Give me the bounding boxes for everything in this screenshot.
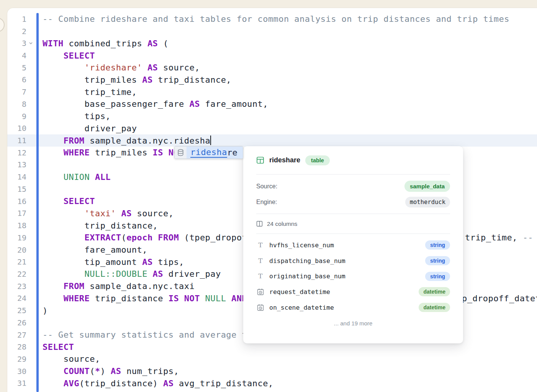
token-id: base_passenger_fare (43, 99, 189, 109)
code-text: UNION ALL (43, 172, 111, 182)
token-id: tip_amount (43, 257, 142, 267)
token-kw: IS (153, 148, 163, 157)
table-type-badge: table (305, 155, 330, 165)
code-text: FROM sample_data.nyc.ridesha (43, 136, 211, 145)
text-cursor (210, 136, 211, 145)
fold-chevron-icon[interactable] (28, 41, 33, 46)
code-text: SELECT (43, 51, 95, 60)
token-kw: AVG (64, 379, 79, 388)
line-number: 19 (7, 233, 26, 242)
token-id: trip_time, (465, 233, 523, 242)
code-line-4[interactable]: 4 SELECT (7, 49, 537, 62)
token-id (43, 233, 85, 242)
database-icon (175, 147, 187, 158)
app-background: 1-- Combine rideshare and taxi tables fo… (0, 0, 537, 392)
token-kw: AS (142, 75, 152, 85)
token-id (43, 172, 64, 182)
code-line-32[interactable]: 32 AVG(trip_time) AS avg_trip_time (7, 389, 537, 392)
active-cell-indicator (36, 13, 39, 392)
code-line-9[interactable]: 9 tips, (7, 110, 537, 122)
column-row: on_scene_datetimedatetime (256, 300, 450, 315)
code-line-30[interactable]: 30 COUNT(*) AS num_trips, (7, 365, 537, 377)
column-name: request_datetime (269, 288, 330, 296)
token-kw: AS (142, 257, 152, 267)
token-kw: AS (163, 379, 174, 388)
more-columns-note: ... and 19 more (256, 320, 450, 327)
token-kw: WHERE (64, 294, 90, 303)
table-info-meta: Source: sample_data Engine: motherduck (256, 175, 450, 214)
code-line-8[interactable]: 8 base_passenger_fare AS fare_amount, (7, 98, 537, 110)
columns-list: Thvfhs_license_numstringTdispatching_bas… (256, 234, 450, 315)
engine-label: Engine: (256, 199, 277, 206)
token-id (43, 391, 64, 392)
token-id (43, 51, 64, 60)
line-number: 21 (7, 257, 26, 266)
code-text: base_passenger_fare AS fare_amount, (43, 99, 268, 109)
token-kw: FROM (158, 233, 179, 242)
line-number: 17 (7, 209, 26, 218)
autocomplete-matched-text: ridesha (190, 147, 227, 158)
token-id: trip_distance, (43, 221, 158, 230)
token-kw: FROM (64, 136, 85, 145)
token-kw: EXTRACT (85, 233, 121, 242)
column-row: Thvfhs_license_numstring (256, 237, 450, 253)
token-id: ( (121, 233, 126, 242)
autocomplete-popup[interactable]: rideshare (174, 146, 243, 159)
token-grn: NULL::DOUBLE (85, 269, 147, 279)
token-id: combined_trips (64, 39, 147, 48)
code-line-2[interactable]: 2 (7, 25, 537, 38)
line-number: 31 (7, 379, 26, 388)
token-id: (trip_time) (79, 391, 142, 392)
code-line-11[interactable]: 11 FROM sample_data.nyc.ridesha (7, 134, 537, 147)
line-number: 15 (7, 185, 26, 194)
column-type-badge: string (425, 272, 450, 281)
column-name: on_scene_datetime (269, 304, 334, 311)
code-text: AVG(trip_distance) AS avg_trip_distance, (43, 379, 273, 388)
token-id (147, 269, 153, 279)
line-number: 2 (7, 27, 26, 36)
column-row: request_datetimedatetime (256, 284, 450, 300)
source-label: Source: (256, 183, 277, 190)
code-line-7[interactable]: 7 trip_time, (7, 86, 537, 98)
token-id: source, (132, 209, 174, 218)
line-number: 8 (7, 100, 26, 109)
token-kw: * (95, 366, 100, 376)
token-kw: IS (169, 294, 179, 303)
sidebar-toggle-button[interactable] (0, 18, 5, 32)
code-line-31[interactable]: 31 AVG(trip_distance) AS avg_trip_distan… (7, 377, 537, 390)
token-id: trip_distance (90, 294, 168, 303)
token-kw: ALL (95, 172, 111, 182)
token-id (43, 379, 64, 388)
token-id: fare_amount, (43, 245, 147, 255)
line-number: 23 (7, 282, 26, 291)
line-number: 26 (7, 318, 26, 327)
code-line-6[interactable]: 6 trip_miles AS trip_distance, (7, 74, 537, 86)
token-id: tips, (43, 111, 111, 121)
line-number: 4 (7, 51, 26, 60)
token-com: -- Combine rideshare and taxi tables for… (43, 14, 509, 24)
line-number: 10 (7, 124, 26, 133)
code-line-1[interactable]: 1-- Combine rideshare and taxi tables fo… (7, 13, 537, 25)
column-row: Toriginating_base_numstring (256, 268, 450, 284)
code-line-3[interactable]: 3WITH combined_trips AS ( (7, 37, 537, 49)
token-id (43, 294, 64, 303)
token-kw: WITH (43, 39, 64, 48)
token-id: num_trips, (121, 366, 179, 376)
autocomplete-item-rideshare[interactable]: rideshare (187, 147, 243, 158)
token-kw: AS (153, 269, 163, 279)
line-number: 7 (7, 87, 26, 96)
token-id (43, 63, 85, 72)
code-text: tip_amount AS tips, (43, 257, 184, 267)
token-id (226, 294, 231, 303)
code-line-10[interactable]: 10 driver_pay (7, 122, 537, 134)
code-line-5[interactable]: 5 'rideshare' AS source, (7, 62, 537, 74)
code-line-29[interactable]: 29 source, (7, 353, 537, 365)
line-number: 1 (7, 15, 26, 24)
code-text-continuation: trip_time, -- (465, 232, 533, 244)
line-number: 9 (7, 112, 26, 121)
token-kw: AS (147, 63, 158, 72)
token-id (43, 269, 85, 279)
line-number: 3 (7, 39, 26, 48)
text-type-icon: T (256, 258, 265, 264)
token-id (153, 233, 158, 242)
